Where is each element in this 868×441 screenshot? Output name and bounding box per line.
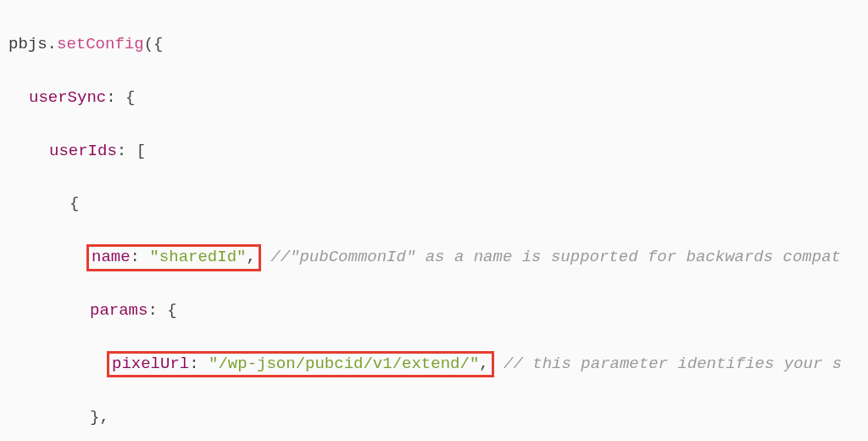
code-block: pbjs.setConfig({ userSync: { userIds: [ … [0,0,868,441]
token-str-pixelurl: "/wp-json/pubcid/v1/extend/" [209,354,479,373]
token-key-params: params [90,301,147,320]
token-comment-pixelurl: // this parameter identifies your s [504,354,842,373]
annotation-box-pixelurl: pixelUrl: "/wp-json/pubcid/v1/extend/", [107,351,494,378]
annotation-box-name: name: "sharedId", [86,244,261,271]
token-comment-name: //"pubCommonId" as a name is supported f… [270,248,841,266]
token-key-usersync: userSync [29,88,106,107]
token-method: setConfig [57,35,144,53]
token-key-name: name [92,248,131,266]
token-object: pbjs [8,35,47,53]
token-str-sharedid: "sharedId" [149,248,246,266]
token-key-pixelurl: pixelUrl [112,354,189,373]
token-key-userids: userIds [49,142,117,160]
